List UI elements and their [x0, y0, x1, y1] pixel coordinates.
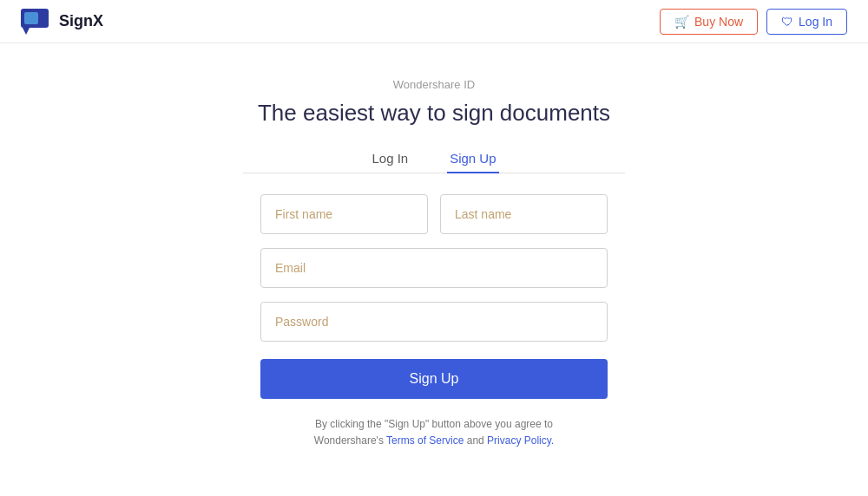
- cart-icon: 🛒: [674, 15, 689, 29]
- main-content: Wondershare ID The easiest way to sign d…: [0, 43, 868, 449]
- last-name-input[interactable]: [440, 194, 608, 234]
- svg-marker-2: [23, 28, 30, 35]
- email-input[interactable]: [260, 248, 608, 288]
- terms-text: By clicking the "Sign Up" button above y…: [260, 416, 608, 449]
- signx-logo-icon: [21, 9, 52, 35]
- header-buttons: 🛒 Buy Now 🛡 Log In: [660, 9, 847, 35]
- buy-now-label: Buy Now: [694, 15, 743, 29]
- tabs-container: Log In Sign Up: [243, 144, 625, 173]
- shield-icon: 🛡: [781, 15, 793, 29]
- signup-form: Sign Up By clicking the "Sign Up" button…: [260, 194, 608, 449]
- name-row: [260, 194, 608, 234]
- first-name-input[interactable]: [260, 194, 428, 234]
- wondershare-id-label: Wondershare ID: [393, 78, 475, 91]
- tab-signup[interactable]: Sign Up: [429, 144, 516, 173]
- header: SignX 🛒 Buy Now 🛡 Log In: [0, 0, 868, 43]
- tab-login[interactable]: Log In: [351, 144, 429, 173]
- logo-text: SignX: [59, 12, 103, 30]
- terms-of-service-link[interactable]: Terms of Service: [386, 434, 467, 447]
- signup-button[interactable]: Sign Up: [260, 359, 608, 399]
- password-input[interactable]: [260, 302, 608, 342]
- logo-area: SignX: [21, 9, 103, 35]
- svg-rect-1: [24, 12, 38, 24]
- page-tagline: The easiest way to sign documents: [258, 100, 610, 127]
- privacy-policy-link[interactable]: Privacy Policy.: [487, 434, 554, 447]
- buy-now-button[interactable]: 🛒 Buy Now: [660, 9, 758, 35]
- header-login-button[interactable]: 🛡 Log In: [766, 9, 847, 35]
- header-login-label: Log In: [799, 15, 832, 29]
